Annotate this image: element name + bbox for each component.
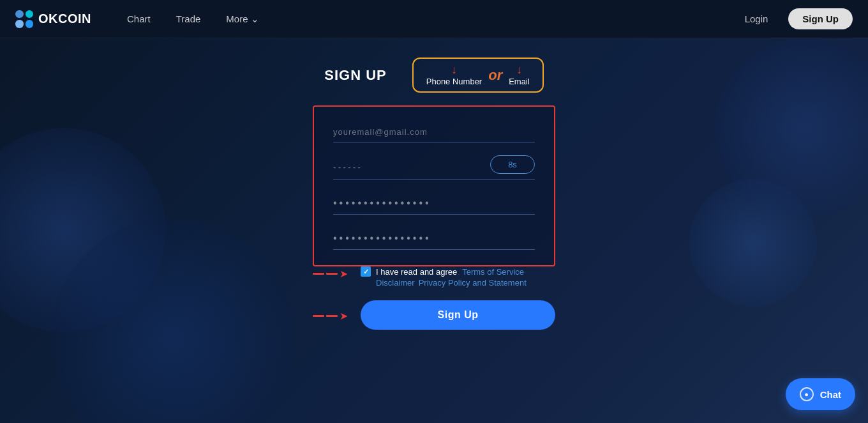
login-button[interactable]: Login (735, 8, 779, 29)
chevron-down-icon: ⌄ (251, 13, 259, 25)
terms-content: ✓ I have read and agree Terms of Service… (361, 266, 527, 288)
phone-tab[interactable]: ↓ Phone Number (426, 64, 482, 86)
nav-item-trade[interactable]: Trade (166, 8, 211, 29)
nav-menu: Chart Trade More ⌄ (117, 8, 735, 30)
email-tab-label: Email (509, 77, 530, 86)
disclaimer-link[interactable]: Disclaimer (376, 278, 415, 288)
signup-arrow-indicators: ➤ (313, 310, 348, 322)
main-content: SIGN UP ↓ Phone Number or ↓ Email 8s (0, 38, 868, 330)
signup-title: SIGN UP (324, 67, 386, 84)
or-text: or (488, 67, 502, 84)
chat-button[interactable]: ● Chat (786, 378, 855, 410)
terms-checkbox[interactable]: ✓ (361, 266, 371, 277)
logo-icon (15, 10, 33, 28)
confirm-password-input[interactable] (333, 227, 535, 244)
confirm-password-field-wrapper (333, 227, 535, 250)
brand-logo[interactable]: OKCOIN (15, 10, 91, 28)
signup-right-arrow-icon: ➤ (340, 310, 348, 322)
navbar-actions: Login Sign Up (735, 8, 853, 29)
signup-nav-button[interactable]: Sign Up (788, 8, 853, 29)
brand-name: OKCOIN (38, 12, 91, 26)
nav-item-chart[interactable]: Chart (117, 8, 161, 29)
signup-button[interactable]: Sign Up (361, 300, 555, 330)
or-badge[interactable]: ↓ Phone Number or ↓ Email (412, 58, 544, 93)
chat-label: Chat (820, 389, 841, 400)
signup-form: 8s (313, 105, 555, 266)
verification-code-row: 8s (333, 155, 535, 180)
send-code-button[interactable]: 8s (490, 155, 535, 174)
terms-agree-text: I have read and agree (376, 267, 457, 277)
arrow-dashes-1: ➤ (313, 268, 348, 280)
terms-of-service-link[interactable]: Terms of Service (462, 267, 524, 277)
password-input[interactable] (333, 192, 535, 209)
navbar: OKCOIN Chart Trade More ⌄ Login Sign Up (0, 0, 868, 38)
phone-tab-label: Phone Number (426, 77, 482, 86)
terms-links-row: Disclaimer Privacy Policy and Statement (376, 278, 527, 288)
nav-item-more[interactable]: More ⌄ (216, 8, 269, 30)
terms-row: ➤ ✓ I have read and agree Terms of Servi… (313, 266, 555, 288)
checkmark-icon: ✓ (363, 268, 369, 276)
email-input[interactable] (333, 122, 535, 142)
code-input[interactable] (333, 157, 484, 173)
email-field-wrapper (333, 122, 535, 142)
email-arrow-icon: ↓ (516, 64, 522, 75)
signup-arrow-dashes: ➤ (313, 310, 348, 322)
chat-icon: ● (800, 387, 814, 401)
password-field-wrapper (333, 192, 535, 215)
terms-arrow-indicators: ➤ (313, 268, 348, 280)
signup-button-row: ➤ Sign Up (313, 300, 555, 330)
right-arrow-icon: ➤ (340, 268, 348, 280)
privacy-link[interactable]: Privacy Policy and Statement (419, 278, 527, 288)
tab-selector-area: SIGN UP ↓ Phone Number or ↓ Email (324, 58, 543, 93)
phone-arrow-icon: ↓ (451, 64, 457, 75)
email-tab[interactable]: ↓ Email (509, 64, 530, 86)
terms-line: ✓ I have read and agree Terms of Service (361, 266, 527, 277)
